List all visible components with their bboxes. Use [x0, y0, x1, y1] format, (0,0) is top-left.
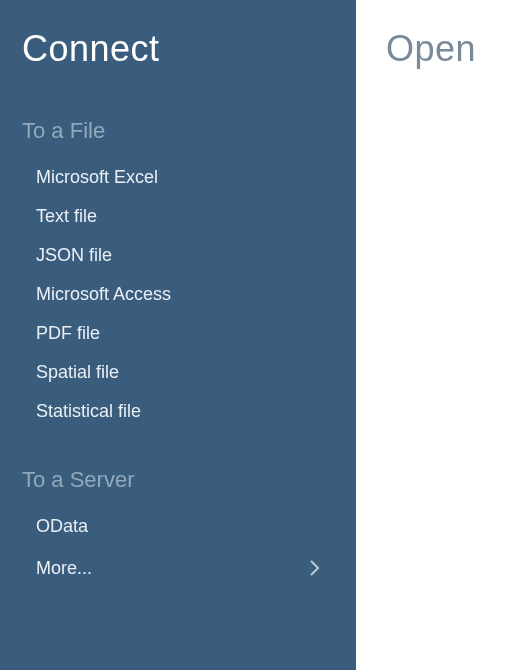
- connect-item-spatial-file[interactable]: Spatial file: [22, 353, 334, 392]
- connect-item-statistical-file[interactable]: Statistical file: [22, 392, 334, 431]
- connect-item-label: Text file: [36, 206, 97, 227]
- open-panel: Open: [356, 0, 520, 670]
- connect-item-more[interactable]: More...: [22, 546, 334, 590]
- connect-item-text-file[interactable]: Text file: [22, 197, 334, 236]
- open-title: Open: [386, 28, 520, 70]
- connect-item-microsoft-access[interactable]: Microsoft Access: [22, 275, 334, 314]
- connect-item-odata[interactable]: OData: [22, 507, 334, 546]
- connect-item-label: OData: [36, 516, 88, 537]
- connect-item-label: More...: [36, 558, 92, 579]
- connect-item-json-file[interactable]: JSON file: [22, 236, 334, 275]
- connect-item-label: JSON file: [36, 245, 112, 266]
- connect-title: Connect: [22, 28, 334, 70]
- connect-item-microsoft-excel[interactable]: Microsoft Excel: [22, 158, 334, 197]
- connect-server-header: To a Server: [22, 467, 334, 493]
- connect-file-header: To a File: [22, 118, 334, 144]
- connect-server-section: To a Server OData More...: [22, 467, 334, 590]
- connect-file-section: To a File Microsoft Excel Text file JSON…: [22, 118, 334, 431]
- connect-item-label: Microsoft Access: [36, 284, 171, 305]
- connect-item-label: Microsoft Excel: [36, 167, 158, 188]
- connect-panel: Connect To a File Microsoft Excel Text f…: [0, 0, 356, 670]
- chevron-right-icon: [302, 555, 328, 581]
- connect-item-label: PDF file: [36, 323, 100, 344]
- connect-item-label: Spatial file: [36, 362, 119, 383]
- connect-item-pdf-file[interactable]: PDF file: [22, 314, 334, 353]
- connect-item-label: Statistical file: [36, 401, 141, 422]
